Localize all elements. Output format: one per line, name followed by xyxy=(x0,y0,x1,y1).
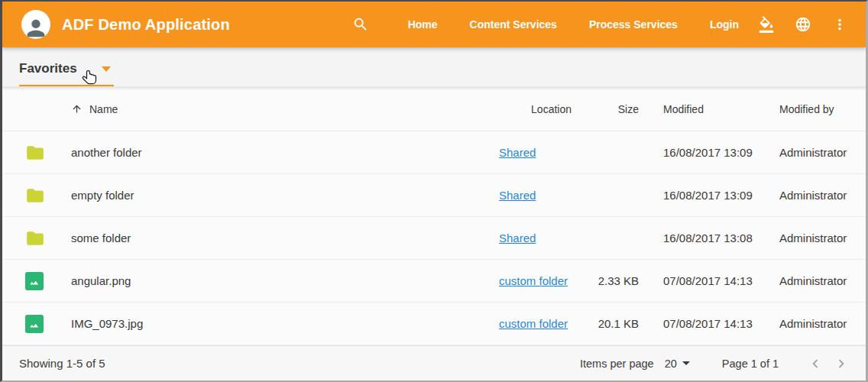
modified-by: Administrator xyxy=(770,146,866,159)
table-body: another folder Shared 16/08/2017 13:09 A… xyxy=(2,131,866,345)
table-row[interactable]: another folder Shared 16/08/2017 13:09 A… xyxy=(2,131,866,174)
person-icon xyxy=(23,15,49,39)
modified-by: Administrator xyxy=(770,231,866,244)
file-size: 2.33 KB xyxy=(572,274,639,287)
file-size: 20.1 KB xyxy=(572,317,639,330)
column-header-modified[interactable]: Modified xyxy=(639,103,770,115)
more-vert-icon[interactable] xyxy=(831,15,849,34)
modified-date: 16/08/2017 13:09 xyxy=(639,146,770,159)
color-fill-icon[interactable] xyxy=(757,15,776,34)
pagination-bar: Showing 1-5 of 5 Items per page 20 Page … xyxy=(2,345,866,380)
column-header-size[interactable]: Size xyxy=(572,103,639,115)
folder-icon xyxy=(25,186,45,206)
folder-icon xyxy=(25,228,45,248)
items-per-page-value: 20 xyxy=(665,358,677,370)
file-name[interactable]: some folder xyxy=(71,231,499,244)
app-title: ADF Demo Application xyxy=(62,16,230,34)
modified-date: 16/08/2017 13:09 xyxy=(639,189,770,202)
sort-ascending-icon xyxy=(71,103,83,115)
location-link[interactable]: Shared xyxy=(499,146,536,159)
table-row[interactable]: IMG_0973.jpg custom folder 20.1 KB 07/08… xyxy=(2,303,866,345)
pagination-controls: Items per page 20 Page 1 of 1 xyxy=(580,354,850,373)
app-window: ADF Demo Application Home Content Servic… xyxy=(0,0,868,382)
search-icon[interactable] xyxy=(351,15,370,34)
next-page-button[interactable] xyxy=(832,354,850,373)
image-icon xyxy=(25,315,44,333)
file-name[interactable]: another folder xyxy=(71,146,499,159)
table-header-row: Name Location Size Modified Modified by xyxy=(2,87,866,131)
image-icon xyxy=(25,272,44,290)
user-avatar[interactable] xyxy=(21,10,50,39)
table-row[interactable]: angular.png custom folder 2.33 KB 07/08/… xyxy=(2,260,866,303)
showing-count: Showing 1-5 of 5 xyxy=(19,357,105,370)
items-per-page-select[interactable]: 20 xyxy=(665,358,690,370)
tab-favorites[interactable]: Favorites xyxy=(19,61,114,86)
file-name[interactable]: IMG_0973.jpg xyxy=(71,317,499,330)
top-nav: Home Content Services Process Services L… xyxy=(351,15,849,34)
column-header-location[interactable]: Location xyxy=(499,103,572,115)
folder-icon xyxy=(25,143,45,163)
column-header-modified-by[interactable]: Modified by xyxy=(770,103,866,115)
location-link[interactable]: Shared xyxy=(499,231,536,244)
chevron-down-icon xyxy=(102,66,111,72)
page-status: Page 1 of 1 xyxy=(722,358,779,370)
modified-by: Administrator xyxy=(770,189,866,202)
column-header-name-label: Name xyxy=(89,103,118,115)
location-link[interactable]: custom folder xyxy=(499,317,568,330)
modified-by: Administrator xyxy=(770,317,866,330)
nav-login[interactable]: Login xyxy=(710,18,739,31)
table-row[interactable]: some folder Shared 16/08/2017 13:08 Admi… xyxy=(2,217,866,260)
app-header: ADF Demo Application Home Content Servic… xyxy=(2,2,866,47)
file-name[interactable]: angular.png xyxy=(71,274,499,287)
files-table: Name Location Size Modified Modified by … xyxy=(2,87,866,345)
modified-by: Administrator xyxy=(770,274,866,287)
modified-date: 07/08/2017 14:13 xyxy=(639,274,770,287)
column-header-name[interactable]: Name xyxy=(71,103,499,115)
modified-date: 07/08/2017 14:13 xyxy=(639,317,770,330)
table-row[interactable]: empty folder Shared 16/08/2017 13:09 Adm… xyxy=(2,174,866,217)
chevron-down-icon xyxy=(682,361,690,365)
location-link[interactable]: Shared xyxy=(499,189,536,202)
nav-home[interactable]: Home xyxy=(408,18,438,31)
tab-label: Favorites xyxy=(19,61,77,76)
previous-page-button[interactable] xyxy=(806,354,824,373)
modified-date: 16/08/2017 13:08 xyxy=(639,231,770,244)
nav-process-services[interactable]: Process Services xyxy=(589,18,678,31)
globe-icon[interactable] xyxy=(794,15,812,34)
nav-content-services[interactable]: Content Services xyxy=(470,18,557,31)
tab-bar: Favorites xyxy=(2,47,866,87)
file-name[interactable]: empty folder xyxy=(71,189,499,202)
items-per-page-label: Items per page xyxy=(580,358,654,370)
location-link[interactable]: custom folder xyxy=(499,274,568,287)
